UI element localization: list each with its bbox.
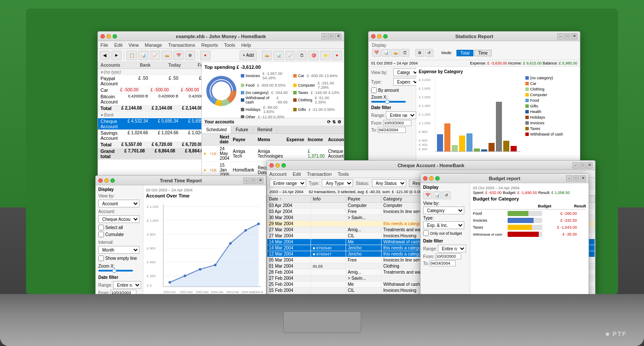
accounts-settings-btn[interactable]: ⚙ [337, 120, 341, 124]
tb-accounts[interactable]: 📋 [126, 51, 137, 60]
tb-target[interactable]: 🎯 [308, 51, 319, 60]
tb-table2[interactable]: 🗒 [297, 51, 307, 60]
stats-tb-pie[interactable]: 🥧 [391, 49, 400, 57]
cheque-menu-edit[interactable]: Edit [292, 171, 302, 177]
budget-tb-refresh[interactable]: ↺ [442, 191, 451, 199]
trend-selectall-cb[interactable] [98, 225, 104, 230]
trend-close-btn[interactable] [98, 178, 103, 183]
cheque-range-select[interactable]: Entire range [269, 179, 306, 187]
stats-max-btn[interactable] [383, 34, 388, 39]
budget-win-min[interactable]: – [566, 175, 572, 181]
stats-close-btn[interactable] [371, 34, 375, 39]
cheque-menu-account[interactable]: Account [269, 171, 288, 177]
trend-win-close[interactable]: ✕ [257, 178, 263, 184]
account-savings[interactable]: Savings Account £ 1,024.66 £ 1,024.66 £ … [98, 130, 201, 142]
budget-to-input[interactable] [430, 260, 456, 266]
tb-line[interactable]: 📈 [285, 51, 295, 60]
sched-row-1[interactable]: ● +10 24 May 2004 Amiga Tech Amiga Techn… [202, 146, 344, 162]
stats-win-max[interactable]: □ [564, 33, 570, 39]
tb-fwd[interactable]: ▶ [111, 51, 122, 60]
stats-type-select[interactable]: Expense [393, 78, 419, 86]
max-btn[interactable] [113, 34, 117, 39]
trend-range-select[interactable]: Entire range [113, 281, 141, 289]
menu-reports[interactable]: Reports [201, 42, 219, 48]
stats-tb-filter[interactable]: ⚙ [415, 49, 424, 57]
menu-tools[interactable]: Tools [223, 42, 236, 48]
min-btn[interactable] [107, 34, 111, 39]
cheque-win-min[interactable]: – [573, 162, 579, 168]
budget-from-input[interactable] [435, 253, 461, 259]
tab-remind[interactable]: Remind [253, 126, 277, 133]
col-date[interactable]: Date ↑ [267, 196, 311, 203]
tb-pie[interactable]: 🥧 [162, 51, 172, 60]
budget-tb-calendar[interactable]: 📅 [423, 191, 432, 199]
stats-range-select[interactable]: Entire range [386, 111, 416, 119]
tb-chart2[interactable]: 📈 [150, 51, 160, 60]
close-btn[interactable] [100, 34, 105, 39]
budget-onlyout-cb[interactable] [423, 230, 429, 236]
win-minimize-btn[interactable]: – [321, 33, 327, 39]
trend-cumulate-cb[interactable] [98, 232, 104, 237]
account-paypal[interactable]: Paypal Account £ .50 £ .50 £ .50 [98, 75, 201, 87]
accounts-filter-btn[interactable]: ⇅ [332, 120, 336, 124]
cheque-menu-transaction[interactable]: Transaction [306, 171, 333, 177]
menu-help[interactable]: Help [240, 42, 252, 48]
tb-back[interactable]: ◀ [100, 51, 110, 60]
cheque-close-btn[interactable] [269, 163, 274, 168]
tb-chart1[interactable]: 📊 [138, 51, 149, 60]
win-close-btn[interactable]: ✕ [335, 33, 341, 39]
trend-showempty-cb[interactable] [98, 255, 104, 261]
win-maximize-btn[interactable]: □ [328, 33, 334, 39]
cheque-min-btn[interactable] [275, 163, 280, 168]
tab-future[interactable]: Future [231, 126, 253, 133]
col-info[interactable]: Info [311, 196, 346, 203]
stats-win-min[interactable]: – [557, 33, 563, 39]
stats-viewby-select[interactable]: Category [393, 68, 419, 76]
cheque-win-max[interactable]: □ [579, 162, 586, 168]
budget-win-close[interactable]: ✕ [580, 175, 586, 181]
stats-from-input[interactable] [383, 120, 411, 126]
account-car[interactable]: Car £ -500.00 £ -500.00 £ -500.00 [98, 87, 201, 94]
account-cheque[interactable]: Cheque Account £ 4,532.34 £ 5,695.34 £ 5… [98, 118, 201, 130]
menu-file[interactable]: File [100, 42, 109, 48]
stats-tb-table[interactable]: 🗒 [401, 49, 409, 57]
tb-heart[interactable]: ♥ [200, 51, 210, 60]
menu-view[interactable]: View [128, 42, 140, 48]
menu-manage[interactable]: Manage [144, 42, 163, 48]
stats-tb-reset[interactable]: ↺ [425, 49, 434, 57]
trend-account-select[interactable]: Cheque Account [98, 215, 139, 223]
tb-heart2[interactable]: ♥ [332, 51, 342, 60]
stats-mode-time[interactable]: Time [474, 50, 492, 56]
budget-viewby-select[interactable]: Category [423, 207, 464, 214]
budget-min-btn[interactable] [429, 176, 434, 181]
tb-calendar[interactable]: 📅 [173, 51, 184, 60]
budget-close-btn[interactable] [423, 176, 427, 181]
tb-star[interactable]: ⭐ [320, 51, 330, 60]
stats-byamount-cb[interactable] [371, 87, 377, 93]
trend-max-btn[interactable] [110, 178, 115, 183]
budget-tb-bar[interactable]: 📊 [433, 191, 441, 199]
tb-settings[interactable]: ⚙ [185, 51, 195, 60]
col-payee[interactable]: Payee [346, 196, 381, 203]
laptop-trackpad[interactable] [283, 311, 361, 333]
cheque-win-close[interactable]: ✕ [586, 162, 592, 168]
budget-win-max[interactable]: □ [573, 175, 579, 181]
stats-mode-total[interactable]: Total [456, 50, 473, 56]
stats-min-btn[interactable] [377, 34, 382, 39]
budget-range-select[interactable]: Entire range [438, 245, 466, 252]
budget-type-select[interactable]: Exp. & Inc. [423, 221, 464, 229]
menu-edit[interactable]: Edit [113, 42, 123, 48]
cheque-menu-tools[interactable]: Tools [337, 171, 350, 177]
cheque-max-btn[interactable] [282, 163, 286, 168]
tb-bar[interactable]: 📊 [273, 51, 284, 60]
menu-transactions[interactable]: Transactions [167, 42, 196, 48]
tb-add[interactable]: + Add [239, 51, 257, 60]
budget-max-btn[interactable] [435, 176, 440, 181]
trend-min-btn[interactable] [104, 178, 109, 183]
trend-win-min[interactable]: – [243, 178, 249, 184]
stats-to-input[interactable] [378, 127, 406, 133]
accounts-refresh-btn[interactable]: ⟳ [327, 120, 330, 124]
account-bitcoin[interactable]: Bitcoin Account 0.420000 B 0.420000 B 0.… [98, 94, 201, 105]
stats-win-close[interactable]: ✕ [571, 33, 577, 39]
trend-interval-select[interactable]: Month [98, 246, 139, 254]
